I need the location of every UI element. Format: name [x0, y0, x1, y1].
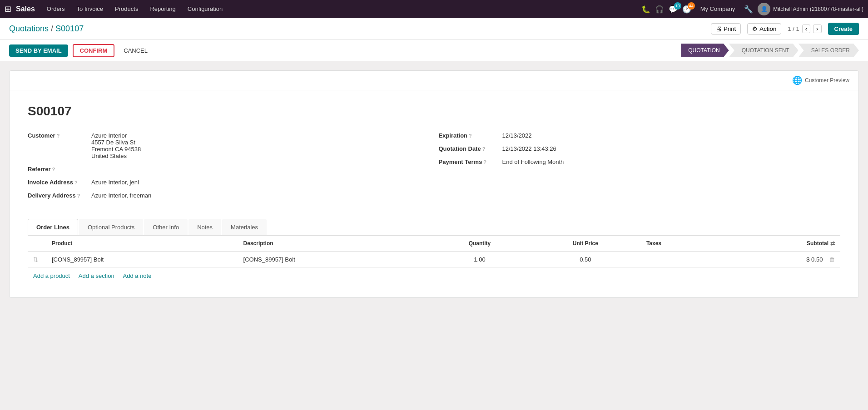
nav-reporting[interactable]: Reporting	[145, 0, 180, 18]
col-taxes: Taxes	[641, 236, 720, 252]
order-table: Product Description Quantity Unit Price	[28, 236, 840, 268]
action-button[interactable]: ⚙ Action	[747, 23, 781, 35]
quotation-date-value[interactable]: 12/13/2022 13:43:26	[502, 145, 556, 152]
customer-label: Customer ?	[28, 132, 91, 139]
customer-help-icon[interactable]: ?	[57, 133, 60, 138]
row-subtotal: $ 0.50 🗑	[720, 252, 840, 268]
header-actions: 🖨 Print ⚙ Action 1 / 1 ‹ › Create	[711, 23, 859, 35]
pagination-prev[interactable]: ‹	[802, 25, 810, 33]
chat-icon[interactable]: 💬 10	[669, 5, 678, 14]
payment-terms-field: Payment Terms ? End of Following Month	[439, 158, 841, 165]
tab-materiales[interactable]: Materiales	[222, 219, 267, 235]
status-quotation[interactable]: QUOTATION	[681, 44, 729, 57]
row-quantity[interactable]: 1.00	[429, 252, 530, 268]
row-product[interactable]: [CONS_89957] Bolt	[46, 252, 238, 268]
delete-row-icon[interactable]: 🗑	[829, 256, 835, 263]
support-icon[interactable]: 🎧	[655, 5, 664, 14]
column-settings-icon[interactable]: ⇄	[830, 240, 835, 247]
status-quotation-sent[interactable]: QUOTATION SENT	[729, 44, 799, 57]
form-card: 🌐 Customer Preview S00107 Customer ? Azu…	[9, 70, 859, 298]
add-product-link[interactable]: Add a product	[33, 272, 70, 279]
form-title: S00107	[28, 104, 840, 119]
clock-badge: 44	[688, 2, 695, 10]
add-section-link[interactable]: Add a section	[79, 272, 114, 279]
pagination-next[interactable]: ›	[813, 25, 821, 33]
status-pipeline: QUOTATION QUOTATION SENT SALES ORDER	[681, 44, 859, 57]
row-description[interactable]: [CONS_89957] Bolt	[238, 252, 430, 268]
user-name: Mitchell Admin (21800778-master-all)	[773, 6, 863, 12]
clock-icon[interactable]: 🕐 44	[682, 5, 691, 14]
tabs-bar: Order Lines Optional Products Other Info…	[28, 219, 840, 236]
top-navigation: ⊞ Sales Orders To Invoice Products Repor…	[0, 0, 868, 18]
send-by-email-button[interactable]: SEND BY EMAIL	[9, 44, 68, 57]
print-button[interactable]: 🖨 Print	[711, 23, 741, 35]
expiration-label: Expiration ?	[439, 132, 502, 139]
delivery-address-help-icon[interactable]: ?	[77, 193, 80, 198]
confirm-button[interactable]: CONFIRM	[73, 44, 115, 57]
breadcrumb-parent[interactable]: Quotations	[9, 24, 49, 33]
col-unit-price: Unit Price	[530, 236, 641, 252]
invoice-address-field: Invoice Address ? Azure Interior, jeni	[28, 179, 430, 186]
form-section-left: Customer ? Azure Interior 4557 De Silva …	[28, 132, 430, 205]
row-taxes[interactable]	[641, 252, 720, 268]
referrer-field: Referrer ?	[28, 166, 430, 173]
breadcrumb-current: S00107	[55, 24, 84, 33]
expiration-field: Expiration ? 12/13/2022	[439, 132, 841, 139]
globe-icon: 🌐	[792, 75, 802, 85]
quotation-date-field: Quotation Date ? 12/13/2022 13:43:26	[439, 145, 841, 152]
col-product: Product	[46, 236, 238, 252]
drag-handle-icon[interactable]: ⇅	[33, 256, 38, 263]
expiration-help-icon[interactable]: ?	[469, 133, 472, 138]
print-icon: 🖨	[716, 25, 722, 32]
app-grid-icon[interactable]: ⊞	[5, 4, 11, 14]
wrench-icon[interactable]: 🔧	[744, 5, 753, 14]
nav-products[interactable]: Products	[110, 0, 143, 18]
gear-icon: ⚙	[752, 25, 758, 32]
delivery-address-label: Delivery Address ?	[28, 192, 91, 199]
invoice-address-value[interactable]: Azure Interior, jeni	[91, 179, 139, 186]
create-button[interactable]: Create	[828, 23, 859, 35]
tab-optional-products[interactable]: Optional Products	[79, 219, 143, 235]
status-sales-order[interactable]: SALES ORDER	[799, 44, 859, 57]
invoice-address-label: Invoice Address ?	[28, 179, 91, 186]
col-description: Description	[238, 236, 430, 252]
delivery-address-field: Delivery Address ? Azure Interior, freem…	[28, 192, 430, 199]
col-quantity: Quantity	[429, 236, 530, 252]
delivery-address-value[interactable]: Azure Interior, freeman	[91, 192, 151, 199]
app-name[interactable]: Sales	[16, 5, 35, 13]
tab-order-lines[interactable]: Order Lines	[28, 219, 78, 235]
table-row: ⇅ [CONS_89957] Bolt [CONS_89957] Bolt 1.…	[28, 252, 840, 268]
expiration-value[interactable]: 12/13/2022	[502, 132, 532, 139]
customer-preview-bar: 🌐 Customer Preview	[10, 71, 858, 90]
quotation-date-help-icon[interactable]: ?	[482, 146, 486, 152]
form-grid: Customer ? Azure Interior 4557 De Silva …	[28, 132, 840, 205]
form-body: S00107 Customer ? Azure Interior 4557 De…	[10, 90, 858, 297]
referrer-label: Referrer ?	[28, 166, 91, 173]
nav-configuration[interactable]: Configuration	[183, 0, 227, 18]
tab-other-info[interactable]: Other Info	[144, 219, 188, 235]
nav-orders[interactable]: Orders	[42, 0, 69, 18]
add-links: Add a product Add a section Add a note	[28, 268, 840, 284]
customer-field: Customer ? Azure Interior 4557 De Silva …	[28, 132, 430, 159]
form-section-right: Expiration ? 12/13/2022 Quotation Date ?…	[439, 132, 841, 205]
col-subtotal: Subtotal ⇄	[720, 236, 840, 252]
payment-terms-help-icon[interactable]: ?	[483, 159, 486, 165]
customer-value[interactable]: Azure Interior 4557 De Silva St Fremont …	[91, 132, 141, 159]
page-header: Quotations / S00107 🖨 Print ⚙ Action 1 /…	[0, 18, 868, 40]
tab-notes[interactable]: Notes	[188, 219, 221, 235]
action-bar: SEND BY EMAIL CONFIRM CANCEL QUOTATION Q…	[0, 40, 868, 61]
customer-preview-button[interactable]: 🌐 Customer Preview	[792, 75, 849, 85]
invoice-address-help-icon[interactable]: ?	[74, 180, 78, 185]
bug-icon[interactable]: 🐛	[641, 5, 650, 14]
user-menu[interactable]: 👤 Mitchell Admin (21800778-master-all)	[758, 3, 863, 15]
row-unit-price[interactable]: 0.50	[530, 252, 641, 268]
payment-terms-value[interactable]: End of Following Month	[502, 158, 564, 165]
breadcrumb: Quotations / S00107	[9, 24, 711, 34]
add-note-link[interactable]: Add a note	[123, 272, 152, 279]
nav-to-invoice[interactable]: To Invoice	[72, 0, 108, 18]
pagination: 1 / 1 ‹ ›	[788, 25, 821, 33]
chat-badge: 10	[674, 2, 681, 10]
cancel-button[interactable]: CANCEL	[119, 44, 152, 57]
referrer-help-icon[interactable]: ?	[52, 167, 55, 172]
company-name[interactable]: My Company	[696, 0, 740, 18]
